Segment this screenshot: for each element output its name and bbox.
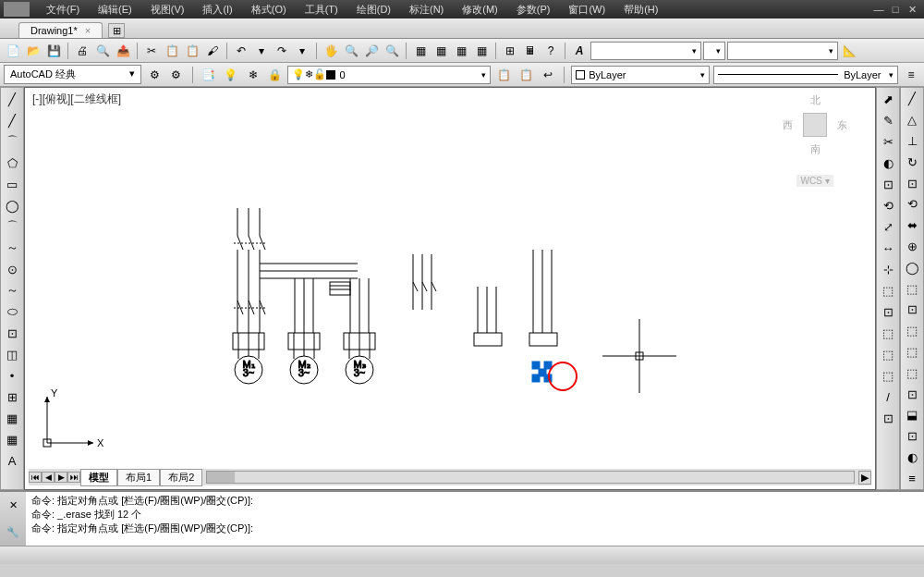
- rotate-icon[interactable]: ⤢: [879, 217, 897, 236]
- dim-continue-icon[interactable]: ⬚: [903, 279, 921, 298]
- circle-icon[interactable]: ⌒: [3, 217, 21, 236]
- annoscale-dropdown[interactable]: ▾: [703, 42, 725, 60]
- layer-isolate-icon[interactable]: 📋: [517, 66, 535, 84]
- designcenter-icon[interactable]: ▦: [432, 42, 450, 60]
- join-icon[interactable]: ⬚: [879, 345, 897, 363]
- insert-icon[interactable]: ⬭: [3, 302, 21, 321]
- scale-icon[interactable]: ↔: [879, 239, 897, 257]
- zoom-window-icon[interactable]: 🔎: [362, 42, 381, 60]
- zoom-realtime-icon[interactable]: 🔍: [342, 42, 360, 60]
- textstyle-dropdown[interactable]: ▾: [590, 42, 701, 60]
- inspect-icon[interactable]: ⊡: [903, 385, 921, 403]
- redo-dropdown-icon[interactable]: ▾: [293, 42, 311, 60]
- layout-last-icon[interactable]: ⏭: [67, 472, 80, 483]
- dim-arc-icon[interactable]: ↻: [903, 153, 921, 171]
- ellipse-icon[interactable]: ⊙: [3, 260, 21, 278]
- linetype-dropdown[interactable]: ByLayer ▾: [713, 66, 898, 84]
- toolpalette-icon[interactable]: ▦: [452, 42, 470, 60]
- layout-first-icon[interactable]: ⏮: [29, 472, 42, 483]
- drawing-canvas[interactable]: [-][俯视][二维线框] 北 西 东 南 WCS ▾: [24, 87, 876, 490]
- extend-icon[interactable]: ⊡: [879, 302, 897, 321]
- offset-icon[interactable]: ◐: [879, 153, 897, 172]
- dim-radius-icon[interactable]: ⊡: [903, 174, 921, 192]
- tab-layout1[interactable]: 布局1: [117, 469, 160, 486]
- block-icon[interactable]: ⊡: [3, 324, 21, 342]
- point-icon[interactable]: ◫: [3, 345, 21, 363]
- command-history[interactable]: 命令: 指定对角点或 [栏选(F)/圈围(WP)/圈交(CP)]: 命令: _.…: [26, 492, 924, 546]
- spline-icon[interactable]: ～: [3, 239, 21, 257]
- menu-insert[interactable]: 插入(I): [193, 3, 241, 17]
- dimstyle-icon[interactable]: 📐: [840, 42, 858, 60]
- undo-dropdown-icon[interactable]: ▾: [252, 42, 271, 60]
- dim-break-icon[interactable]: ⬚: [903, 322, 921, 340]
- preview-icon[interactable]: 🔍: [93, 42, 112, 60]
- save-icon[interactable]: 💾: [44, 42, 63, 60]
- dim-edit-icon[interactable]: ⬓: [903, 406, 921, 424]
- scroll-right-icon[interactable]: ▶: [858, 471, 871, 485]
- polygon-icon[interactable]: ⬠: [3, 153, 21, 172]
- menu-edit[interactable]: 编辑(E): [89, 3, 141, 17]
- tab-layout2[interactable]: 布局2: [160, 469, 202, 486]
- zoom-previous-icon[interactable]: 🔍: [383, 42, 401, 60]
- help-icon[interactable]: ?: [541, 42, 560, 60]
- sheetset-icon[interactable]: ▦: [472, 42, 491, 60]
- dim-linear-icon[interactable]: ╱: [903, 90, 921, 108]
- horizontal-scrollbar[interactable]: [206, 471, 855, 484]
- layout-next-icon[interactable]: ▶: [55, 472, 67, 483]
- arc-icon[interactable]: ◯: [3, 196, 21, 215]
- wrench-icon[interactable]: 🔧: [6, 526, 19, 538]
- menu-draw[interactable]: 绘图(D): [347, 3, 400, 17]
- dim-diameter-icon[interactable]: ⟲: [903, 195, 921, 214]
- trim-icon[interactable]: ⬚: [879, 281, 897, 300]
- break-icon[interactable]: ⬚: [879, 324, 897, 342]
- pan-icon[interactable]: 🖐: [322, 42, 340, 60]
- dim-jogged-icon[interactable]: ⬌: [903, 216, 921, 235]
- gradient-icon[interactable]: ⊞: [3, 387, 21, 406]
- stretch-icon[interactable]: ⊹: [879, 260, 897, 278]
- polyline-icon[interactable]: ⌒: [3, 132, 21, 151]
- publish-icon[interactable]: 📤: [114, 42, 132, 60]
- close-button[interactable]: ✕: [904, 4, 920, 16]
- move-icon[interactable]: ⟲: [879, 196, 897, 215]
- dim-ordinate-icon[interactable]: ⊕: [903, 238, 921, 256]
- paste-icon[interactable]: 📋: [183, 42, 201, 60]
- cut-icon[interactable]: ✂: [142, 42, 161, 60]
- command-handle[interactable]: ✕ 🔧: [0, 492, 26, 546]
- layer-manager-icon[interactable]: 📑: [200, 66, 218, 84]
- table-icon[interactable]: ▦: [3, 430, 21, 448]
- dim-aligned-icon[interactable]: △: [903, 111, 921, 129]
- xline-icon[interactable]: ╱: [3, 111, 21, 129]
- layer-dropdown[interactable]: 💡❄🔓 0 ▾: [287, 66, 491, 84]
- menu-view[interactable]: 视图(V): [141, 3, 194, 17]
- menu-modify[interactable]: 修改(M): [453, 3, 507, 17]
- layer-on-icon[interactable]: 💡: [222, 66, 240, 84]
- menu-help[interactable]: 帮助(H): [614, 3, 667, 17]
- close-icon[interactable]: ×: [85, 25, 91, 36]
- open-icon[interactable]: 📂: [24, 42, 43, 60]
- minimize-button[interactable]: —: [870, 4, 887, 16]
- menu-window[interactable]: 窗口(W): [559, 3, 614, 17]
- chamfer-icon[interactable]: ⬚: [879, 366, 897, 385]
- viewcube-east[interactable]: 东: [837, 118, 847, 132]
- markup-icon[interactable]: ⊞: [501, 42, 519, 60]
- lineweight-icon[interactable]: ≡: [902, 66, 920, 84]
- layer-states-icon[interactable]: 📋: [494, 66, 513, 84]
- layer-freeze-icon[interactable]: ❄: [244, 66, 262, 84]
- explode-icon[interactable]: ⊡: [879, 409, 897, 427]
- redo-icon[interactable]: ↷: [273, 42, 291, 60]
- workspace-gear-icon[interactable]: ⚙: [167, 66, 186, 84]
- menu-parametric[interactable]: 参数(P): [507, 3, 560, 17]
- quickcalc-icon[interactable]: 🖩: [521, 42, 540, 60]
- dim-angular-icon[interactable]: ⊥: [903, 132, 921, 151]
- copy-icon[interactable]: 📋: [163, 42, 181, 60]
- layer-prev-icon[interactable]: ↩: [539, 66, 557, 84]
- erase-icon[interactable]: ⬈: [879, 90, 897, 108]
- fillet-icon[interactable]: /: [879, 387, 897, 406]
- copy-obj-icon[interactable]: ✎: [879, 111, 897, 129]
- workspace-settings-icon[interactable]: ⚙: [145, 66, 164, 84]
- menu-format[interactable]: 格式(O): [242, 3, 296, 17]
- text-icon[interactable]: A: [3, 451, 21, 470]
- maximize-button[interactable]: □: [887, 4, 904, 16]
- workspace-combo[interactable]: AutoCAD 经典 ▾: [4, 65, 141, 84]
- menu-dimension[interactable]: 标注(N): [400, 3, 453, 17]
